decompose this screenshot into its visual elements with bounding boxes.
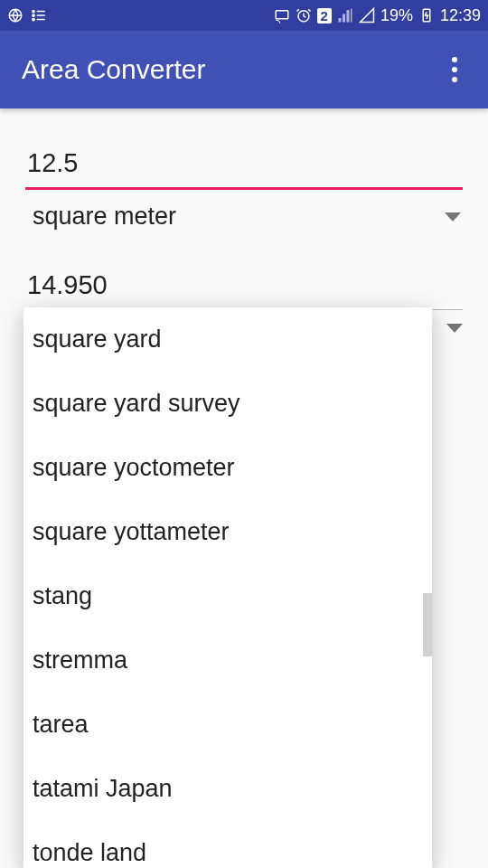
app-bar: Area Converter [0, 31, 488, 108]
unit-option[interactable]: tarea [23, 693, 432, 757]
unit-option[interactable]: tatami Japan [23, 757, 432, 821]
status-left [7, 7, 47, 24]
status-right: 2 19% 12:39 [274, 6, 481, 25]
svg-point-1 [33, 10, 34, 12]
signal-icon-2 [359, 7, 375, 24]
aperture-icon [7, 7, 23, 24]
page-title: Area Converter [22, 54, 205, 85]
battery-percentage: 19% [380, 6, 413, 25]
chevron-down-icon [445, 212, 461, 222]
target-unit-dropdown-list[interactable]: square yard square yard survey square yo… [23, 307, 432, 868]
unit-option[interactable]: square yoctometer [23, 436, 432, 500]
target-value-input[interactable] [25, 259, 463, 310]
source-value-input[interactable] [25, 137, 463, 190]
battery-charging-icon [418, 7, 435, 24]
svg-point-3 [33, 18, 34, 20]
main-content: square meter [0, 108, 488, 310]
svg-rect-7 [276, 11, 288, 19]
unit-option[interactable]: square yard [23, 307, 432, 372]
cast-icon [274, 7, 290, 24]
unit-option[interactable]: square yard survey [23, 372, 432, 436]
clock-time: 12:39 [440, 6, 481, 25]
sim-badge: 2 [317, 8, 332, 24]
unit-option[interactable]: tonde land [23, 821, 432, 868]
unit-option[interactable]: stang [23, 564, 432, 628]
alarm-icon [296, 7, 312, 24]
overflow-menu-button[interactable] [443, 48, 466, 91]
unit-option[interactable]: square yottameter [23, 500, 432, 564]
source-unit-label: square meter [33, 203, 176, 231]
unit-option[interactable]: stremma [23, 628, 432, 693]
svg-point-2 [33, 14, 34, 16]
signal-icon [337, 7, 353, 24]
scrollbar-thumb[interactable] [423, 593, 432, 656]
status-bar: 2 19% 12:39 [0, 0, 488, 31]
list-icon [31, 7, 47, 24]
chevron-down-icon [446, 324, 463, 333]
source-unit-dropdown[interactable]: square meter [25, 190, 463, 243]
